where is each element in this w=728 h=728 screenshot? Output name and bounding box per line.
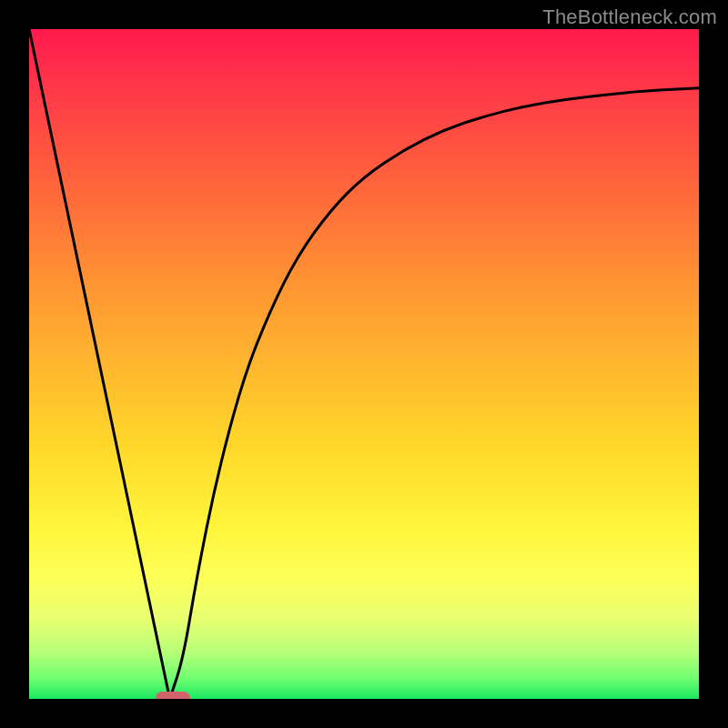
chart-frame: TheBottleneck.com <box>0 0 728 728</box>
watermark-text: TheBottleneck.com <box>542 5 717 29</box>
minimum-marker <box>156 692 190 699</box>
bottleneck-curve <box>29 29 699 699</box>
plot-area <box>29 29 699 699</box>
